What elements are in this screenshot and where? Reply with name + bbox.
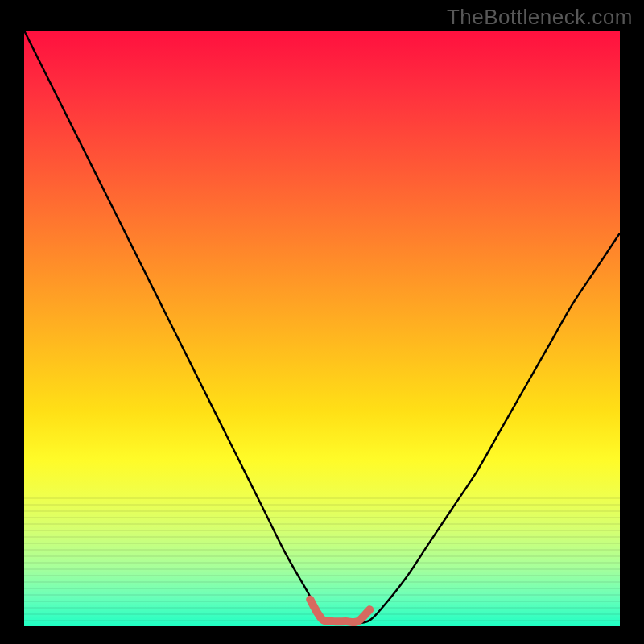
chart-svg <box>24 31 620 626</box>
optimal-range-marker <box>310 600 369 622</box>
bottleneck-curve <box>24 31 620 624</box>
plot-area <box>24 31 620 626</box>
chart-frame: TheBottleneck.com <box>0 0 644 644</box>
watermark-text: TheBottleneck.com <box>447 5 633 30</box>
